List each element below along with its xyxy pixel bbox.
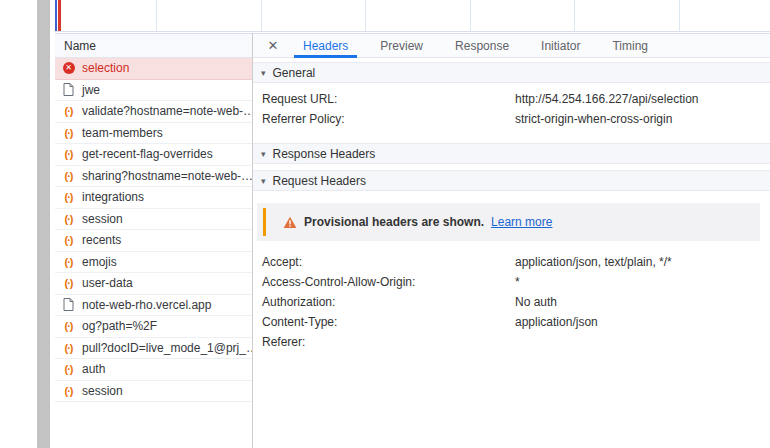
request-name-label: team-members bbox=[82, 126, 163, 140]
request-row[interactable]: ✕selection bbox=[55, 58, 252, 80]
warning-triangle-icon bbox=[283, 216, 297, 229]
close-icon[interactable]: ✕ bbox=[259, 34, 287, 57]
column-header-name-label: Name bbox=[64, 39, 96, 53]
fetch-glyph: (·) bbox=[65, 256, 73, 268]
request-row[interactable]: note-web-rho.vercel.app bbox=[55, 295, 252, 317]
request-row[interactable]: (·)auth bbox=[55, 359, 252, 381]
fetch-xhr-icon: (·) bbox=[62, 277, 75, 289]
header-key: Referer: bbox=[262, 335, 515, 349]
tab-response[interactable]: Response bbox=[446, 34, 518, 57]
header-value: strict-origin-when-cross-origin bbox=[515, 112, 672, 126]
overview-gridline bbox=[679, 0, 680, 31]
request-row[interactable]: (·)pull?docID=live_mode_1@prj_… bbox=[55, 338, 252, 360]
headers-detail: ▾GeneralRequest URL:http://54.254.166.22… bbox=[253, 58, 770, 448]
request-list: ✕selectionjwe(·)validate?hostname=note-w… bbox=[55, 58, 252, 448]
collapse-triangle-icon: ▾ bbox=[261, 68, 266, 78]
header-row[interactable]: Accept:application/json, text/plain, */* bbox=[253, 252, 770, 272]
section-header-request-headers[interactable]: ▾Request Headers bbox=[253, 170, 770, 191]
request-row[interactable]: (·)sharing?hostname=note-web-… bbox=[55, 166, 252, 188]
fetch-xhr-icon: (·) bbox=[62, 363, 75, 375]
request-name-label: auth bbox=[82, 362, 105, 376]
header-row[interactable]: Request URL:http://54.254.166.227/api/se… bbox=[253, 89, 770, 109]
request-row[interactable]: (·)get-recent-flag-overrides bbox=[55, 144, 252, 166]
request-name-label: session bbox=[82, 212, 123, 226]
error-x-glyph: ✕ bbox=[63, 62, 75, 74]
section-request-headers: ▾Request HeadersProvisional headers are … bbox=[253, 170, 770, 360]
request-row[interactable]: (·)user-data bbox=[55, 273, 252, 295]
fetch-glyph: (·) bbox=[65, 385, 73, 397]
header-row[interactable]: Access-Control-Allow-Origin:* bbox=[253, 272, 770, 292]
header-value: * bbox=[515, 275, 520, 289]
header-key: Authorization: bbox=[262, 295, 515, 309]
section-header-response-headers[interactable]: ▾Response Headers bbox=[253, 143, 770, 164]
warning-accent-bar bbox=[263, 208, 266, 236]
request-name-label: pull?docID=live_mode_1@prj_… bbox=[82, 341, 252, 355]
request-name-label: emojis bbox=[82, 255, 117, 269]
request-row[interactable]: (·)session bbox=[55, 381, 252, 403]
header-value: http://54.254.166.227/api/selection bbox=[515, 92, 698, 106]
section-title: Response Headers bbox=[273, 147, 376, 161]
header-rows: Accept:application/json, text/plain, */*… bbox=[253, 250, 770, 360]
overview-gridline bbox=[156, 0, 157, 31]
details-tab-bar: ✕ HeadersPreviewResponseInitiatorTiming bbox=[253, 33, 770, 58]
dom-content-loaded-marker bbox=[55, 0, 57, 31]
request-name-label: sharing?hostname=note-web-… bbox=[82, 169, 252, 183]
fetch-glyph: (·) bbox=[65, 191, 73, 203]
fetch-xhr-icon: (·) bbox=[62, 385, 75, 397]
section-title: Request Headers bbox=[273, 174, 366, 188]
fetch-xhr-icon: (·) bbox=[62, 234, 75, 246]
request-name-label: selection bbox=[82, 61, 129, 75]
header-value: application/json bbox=[515, 315, 598, 329]
browser-page-scrollbar[interactable] bbox=[37, 0, 50, 448]
fetch-glyph: (·) bbox=[65, 105, 73, 117]
tab-timing[interactable]: Timing bbox=[603, 34, 657, 57]
section-header-general[interactable]: ▾General bbox=[253, 62, 770, 83]
request-row[interactable]: (·)og?path=%2F bbox=[55, 316, 252, 338]
warning-text: Provisional headers are shown. bbox=[304, 215, 484, 229]
fetch-xhr-icon: (·) bbox=[62, 320, 75, 332]
overview-gridline bbox=[261, 0, 262, 31]
document-icon bbox=[62, 298, 75, 311]
header-rows: Request URL:http://54.254.166.227/api/se… bbox=[253, 83, 770, 137]
learn-more-link[interactable]: Learn more bbox=[491, 215, 552, 229]
error-status-icon: ✕ bbox=[62, 62, 75, 74]
header-row[interactable]: Referrer Policy:strict-origin-when-cross… bbox=[253, 109, 770, 129]
collapse-triangle-icon: ▾ bbox=[261, 176, 266, 186]
request-row[interactable]: (·)emojis bbox=[55, 252, 252, 274]
request-name-label: get-recent-flag-overrides bbox=[82, 147, 213, 161]
network-overview-strip[interactable] bbox=[55, 0, 770, 32]
request-row[interactable]: jwe bbox=[55, 80, 252, 102]
header-row[interactable]: Authorization:No auth bbox=[253, 292, 770, 312]
fetch-xhr-icon: (·) bbox=[62, 191, 75, 203]
fetch-glyph: (·) bbox=[65, 127, 73, 139]
request-details-panel: ✕ HeadersPreviewResponseInitiatorTiming … bbox=[253, 33, 770, 448]
section-title: General bbox=[273, 66, 316, 80]
overview-gridline bbox=[574, 0, 575, 31]
fetch-glyph: (·) bbox=[65, 213, 73, 225]
column-header-name[interactable]: Name bbox=[55, 33, 252, 58]
header-key: Request URL: bbox=[262, 92, 515, 106]
request-name-label: integrations bbox=[82, 190, 144, 204]
request-name-label: note-web-rho.vercel.app bbox=[82, 298, 211, 312]
request-row[interactable]: (·)recents bbox=[55, 230, 252, 252]
fetch-glyph: (·) bbox=[65, 277, 73, 289]
fetch-glyph: (·) bbox=[65, 363, 73, 375]
request-row[interactable]: (·)team-members bbox=[55, 123, 252, 145]
overview-gridline bbox=[365, 0, 366, 31]
tab-initiator[interactable]: Initiator bbox=[532, 34, 589, 57]
request-row[interactable]: (·)validate?hostname=note-web-… bbox=[55, 101, 252, 123]
devtools-screenshot: Name ✕selectionjwe(·)validate?hostname=n… bbox=[0, 0, 770, 448]
header-key: Content-Type: bbox=[262, 315, 515, 329]
request-row[interactable]: (·)integrations bbox=[55, 187, 252, 209]
tab-preview[interactable]: Preview bbox=[371, 34, 432, 57]
collapse-triangle-icon: ▾ bbox=[261, 149, 266, 159]
header-row[interactable]: Content-Type:application/json bbox=[253, 312, 770, 332]
section-response-headers: ▾Response Headers bbox=[253, 143, 770, 164]
header-row[interactable]: Referer: bbox=[253, 332, 770, 352]
request-name-label: session bbox=[82, 384, 123, 398]
header-key: Access-Control-Allow-Origin: bbox=[262, 275, 515, 289]
overview-gridline bbox=[470, 0, 471, 31]
tab-headers[interactable]: Headers bbox=[294, 34, 357, 57]
provisional-headers-warning: Provisional headers are shown.Learn more bbox=[257, 203, 760, 241]
request-row[interactable]: (·)session bbox=[55, 209, 252, 231]
